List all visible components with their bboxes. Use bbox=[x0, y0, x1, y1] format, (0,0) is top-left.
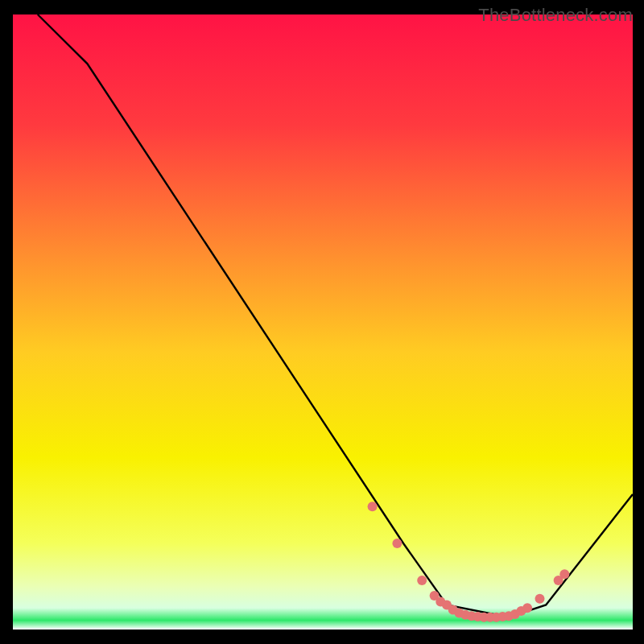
dotted-point bbox=[535, 594, 545, 604]
chart-svg bbox=[0, 0, 644, 644]
dotted-point bbox=[417, 576, 427, 585]
dotted-point bbox=[392, 539, 402, 548]
dotted-point bbox=[559, 569, 569, 579]
dotted-point bbox=[522, 603, 532, 613]
plot-background bbox=[13, 14, 633, 630]
dotted-point bbox=[368, 502, 378, 511]
chart-stage: TheBottleneck.com bbox=[0, 0, 644, 644]
watermark-text: TheBottleneck.com bbox=[478, 5, 633, 26]
